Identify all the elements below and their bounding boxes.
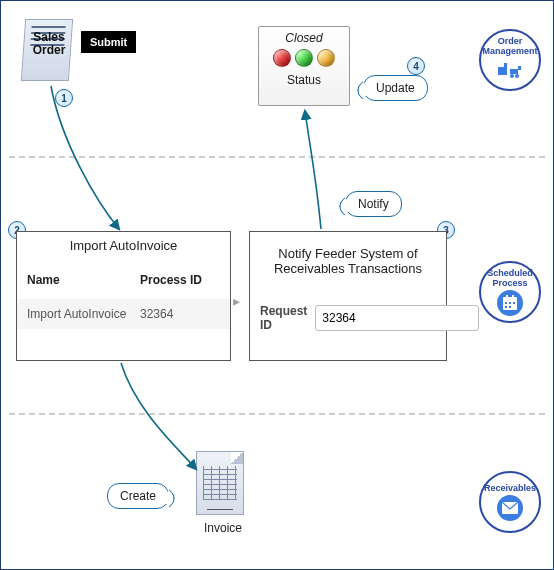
status-light-yellow-icon [317, 49, 335, 67]
lane-badge-receivables: Receivables [479, 471, 541, 533]
callout-notify: Notify [345, 191, 402, 217]
svg-rect-2 [510, 69, 518, 74]
lane-label: Order Management [481, 36, 539, 56]
request-id-label: Request ID [260, 304, 307, 332]
invoice-document-icon [196, 451, 244, 515]
status-panel: Closed Status [258, 26, 350, 106]
col-name: Name [27, 273, 140, 287]
svg-rect-10 [513, 302, 515, 304]
lane-badge-order-management: Order Management [479, 29, 541, 91]
factory-truck-icon [497, 58, 523, 84]
arrow-right-icon: ▸ [233, 293, 240, 309]
step-badge-1: 1 [55, 89, 73, 107]
svg-point-4 [515, 74, 519, 78]
import-autoinvoice-box: Import AutoInvoice Name Process ID Impor… [16, 231, 231, 361]
status-value: Closed [285, 31, 322, 45]
status-lights [273, 49, 335, 67]
notify-feeder-title: Notify Feeder System ofReceivables Trans… [260, 240, 436, 286]
svg-rect-0 [498, 67, 505, 75]
status-light-green-icon [295, 49, 313, 67]
callout-update: Update [363, 75, 428, 101]
cell-process-id: 32364 [140, 307, 220, 321]
col-process-id: Process ID [140, 273, 220, 287]
callout-create: Create [107, 483, 169, 509]
lane-label: Scheduled Process [481, 268, 539, 288]
svg-point-3 [510, 74, 514, 78]
svg-rect-11 [505, 306, 507, 308]
notify-feeder-box: Notify Feeder System ofReceivables Trans… [249, 231, 447, 361]
svg-rect-8 [505, 302, 507, 304]
lane-divider-2 [9, 413, 545, 415]
svg-rect-12 [509, 306, 511, 308]
svg-rect-9 [509, 302, 511, 304]
lane-divider-1 [9, 156, 545, 158]
lane-badge-scheduled-process: Scheduled Process [479, 261, 541, 323]
invoice-label: Invoice [199, 521, 247, 535]
calendar-icon [497, 290, 523, 316]
lane-label: Receivables [484, 483, 536, 493]
svg-rect-5 [518, 66, 521, 70]
svg-rect-13 [506, 295, 508, 298]
envelope-icon [497, 495, 523, 521]
submit-button[interactable]: Submit [81, 31, 136, 53]
diagram-canvas: Order Management Scheduled Process Recei… [0, 0, 554, 570]
status-label: Status [287, 73, 321, 87]
svg-rect-7 [503, 297, 517, 300]
sales-order-document-icon [21, 19, 73, 81]
status-light-red-icon [273, 49, 291, 67]
svg-rect-1 [504, 63, 507, 75]
cell-name: Import AutoInvoice [27, 307, 140, 321]
request-id-input[interactable] [315, 305, 479, 331]
svg-rect-14 [512, 295, 514, 298]
import-autoinvoice-title: Import AutoInvoice [17, 232, 230, 263]
table-row: Import AutoInvoice 32364 [17, 299, 230, 329]
step-badge-4: 4 [407, 57, 425, 75]
